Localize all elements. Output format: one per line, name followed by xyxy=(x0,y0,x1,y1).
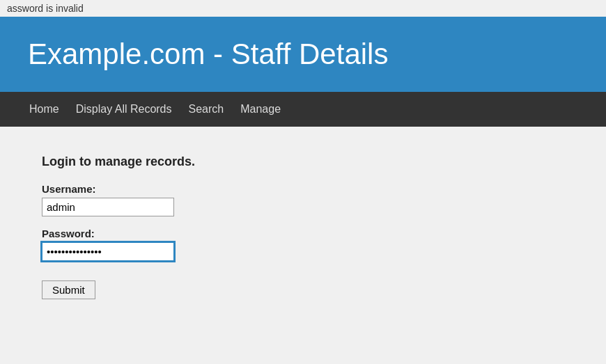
login-heading: Login to manage records. xyxy=(42,155,564,169)
error-message: assword is invalid xyxy=(0,0,606,17)
nav-search[interactable]: Search xyxy=(180,93,233,126)
username-label: Username: xyxy=(42,183,564,195)
submit-button[interactable]: Submit xyxy=(42,280,95,299)
page-header: Example.com - Staff Details xyxy=(0,17,606,92)
main-content: Login to manage records. Username: Passw… xyxy=(0,127,606,327)
navigation-bar: Home Display All Records Search Manage xyxy=(0,92,606,127)
page-title: Example.com - Staff Details xyxy=(28,38,578,71)
login-form: Username: Password: Submit xyxy=(42,183,564,299)
nav-display-all-records[interactable]: Display All Records xyxy=(68,93,180,126)
nav-manage[interactable]: Manage xyxy=(232,93,289,126)
password-input[interactable] xyxy=(42,242,174,261)
password-group: Password: xyxy=(42,228,564,261)
nav-home[interactable]: Home xyxy=(21,93,68,126)
username-input[interactable] xyxy=(42,198,174,216)
username-group: Username: xyxy=(42,183,564,216)
password-label: Password: xyxy=(42,228,564,239)
